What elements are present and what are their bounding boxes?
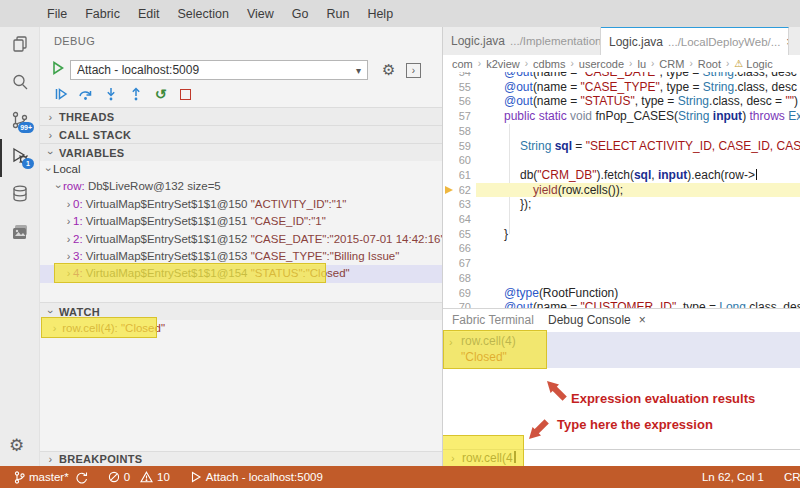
section-call-stack[interactable]: ›CALL STACK [40, 125, 443, 143]
entry-index: 1: [73, 215, 86, 227]
database-icon[interactable] [10, 184, 30, 204]
menu-item-file[interactable]: File [38, 7, 76, 21]
annotation-results-label: Expression evaluation results [571, 391, 755, 406]
breadcrumb-item-com[interactable]: com [452, 58, 473, 70]
tab-logic-implementation[interactable]: Logic.java.../Implementation/... [443, 27, 601, 55]
start-debug-button[interactable] [52, 61, 64, 75]
line-col-indicator[interactable]: Ln 62, Col 1 [702, 471, 764, 483]
console-input[interactable]: › row.cell(4 [443, 450, 800, 466]
section-threads[interactable]: ›THREADS [40, 107, 443, 125]
code-text: } [504, 227, 508, 242]
breadcrumb-separator: › [689, 58, 692, 69]
code-editor[interactable]: 54@out(name = "CASE_DATE", type = String… [443, 72, 800, 308]
section-variables[interactable]: ›VARIABLES [40, 143, 443, 161]
breadcrumb-item-logic[interactable]: Logic [746, 58, 772, 70]
text-caret [514, 451, 516, 463]
tab-logic-localdeployweb[interactable]: Logic.java.../LocalDeployWeb/... × [601, 27, 789, 55]
menu-item-help[interactable]: Help [358, 7, 402, 21]
expand-chevron-icon[interactable]: › [449, 336, 453, 348]
entry-index: 0: [73, 198, 86, 210]
entry-index: 3: [73, 250, 86, 262]
entry-type: VirtualMap$EntrySet$1$1@154 [86, 267, 251, 279]
variables-row-entry[interactable]: ›3: VirtualMap$EntrySet$1$1@153 "CASE_TY… [64, 248, 399, 265]
variables-row-entry[interactable]: ›4: VirtualMap$EntrySet$1$1@154 "STATUS"… [64, 265, 350, 282]
line-number: 66 [443, 241, 471, 256]
code-line: 56@out(name = "STATUS", type = String.cl… [443, 94, 800, 109]
code-text: @out(name = "STATUS", type = String.clas… [504, 94, 798, 109]
editor-area[interactable]: Logic.java.../Implementation/... Logic.j… [443, 27, 800, 308]
problems-status[interactable]: 0 10 [108, 471, 170, 483]
source-control-icon[interactable]: 99+ [10, 110, 30, 130]
console-result: "Closed" [461, 350, 507, 365]
chevron-icon: › [64, 196, 73, 213]
line-number: 68 [443, 271, 471, 286]
line-number: 59 [443, 139, 471, 154]
menu-item-run[interactable]: Run [317, 7, 358, 21]
variables-row-entry[interactable]: ›1: VirtualMap$EntrySet$1$1@151 "CASE_ID… [64, 213, 326, 230]
section-watch[interactable]: ›WATCH [40, 302, 443, 320]
variables-row-root[interactable]: ›row: Db$LiveRow@132 size=5 [54, 178, 221, 195]
sync-icon[interactable] [75, 471, 88, 484]
breadcrumb-item-lu[interactable]: lu [637, 58, 646, 70]
breadcrumb-separator: › [651, 58, 654, 69]
chevron-icon: › [64, 265, 73, 282]
files-icon[interactable] [10, 34, 30, 54]
debug-attach-status[interactable]: Attach - localhost:5009 [190, 471, 323, 483]
stop-icon[interactable] [178, 87, 193, 102]
annotation-input-label: Type here the expression [557, 417, 713, 432]
variables-scope-local[interactable]: ›Local [44, 161, 81, 178]
tab-debug-console[interactable]: Debug Console× [548, 313, 646, 327]
debug-sidebar: DEBUG Attach - localhost:5009 ▾ ⚙ › ↺ [40, 27, 443, 466]
entry-type: VirtualMap$EntrySet$1$1@153 [86, 250, 251, 262]
close-icon[interactable]: × [639, 313, 646, 327]
code-line: 58 [443, 124, 800, 139]
section-breakpoints[interactable]: ›BREAKPOINTS [40, 451, 443, 466]
menu-bar: FileFabricEditSelectionViewGoRunHelp [0, 0, 800, 27]
tab-fabric-terminal[interactable]: Fabric Terminal [452, 313, 534, 327]
breadcrumb-item-root[interactable]: Root [698, 58, 721, 70]
code-line: 64 [443, 212, 800, 227]
step-into-icon[interactable] [103, 87, 118, 102]
code-line: 70@out(name = "CUSTOMER_ID", type = Long… [443, 300, 800, 308]
menu-item-fabric[interactable]: Fabric [76, 7, 129, 21]
code-line: 68 [443, 271, 800, 286]
status-bar: master* 0 10 Attach - localhost:5009 Ln … [0, 466, 800, 488]
variables-row-entry[interactable]: ›0: VirtualMap$EntrySet$1$1@150 "ACTIVIT… [64, 196, 346, 213]
menu-item-edit[interactable]: Edit [129, 7, 169, 21]
prompt-chevron-icon: › [451, 450, 455, 466]
step-over-icon[interactable] [78, 87, 93, 102]
menu-item-selection[interactable]: Selection [168, 7, 237, 21]
debug-settings-gear-icon[interactable]: ⚙ [382, 60, 395, 80]
debug-badge: 1 [22, 158, 34, 169]
continue-icon[interactable] [53, 87, 68, 102]
search-icon[interactable] [10, 72, 30, 92]
run-debug-icon[interactable]: 1 [10, 146, 30, 166]
breadcrumb-item-cdbms[interactable]: cdbms [533, 58, 565, 70]
breadcrumb-item-k2view[interactable]: k2view [486, 58, 520, 70]
debug-toolbar: ↺ [53, 85, 193, 103]
watch-row[interactable]: › row.cell(4): "Closed" [50, 320, 165, 337]
entry-type: VirtualMap$EntrySet$1$1@151 [86, 215, 251, 227]
entry-type: VirtualMap$EntrySet$1$1@152 [86, 233, 251, 245]
step-out-icon[interactable] [128, 87, 143, 102]
console-input-text: row.cell(4 [462, 451, 513, 465]
code-line: 69@type(RootFunction) [443, 286, 800, 301]
menu-item-view[interactable]: View [238, 7, 283, 21]
warning-icon [140, 471, 153, 483]
menu-item-go[interactable]: Go [283, 7, 318, 21]
images-icon[interactable] [10, 222, 30, 242]
debug-attach-icon [190, 471, 202, 483]
breadcrumb-item-usercode[interactable]: usercode [579, 58, 624, 70]
open-console-icon[interactable]: › [406, 63, 421, 78]
restart-icon[interactable]: ↺ [153, 87, 168, 102]
gear-icon[interactable]: ⚙ [9, 435, 24, 456]
breadcrumb-item-crm[interactable]: CRM [659, 58, 684, 70]
annotation-arrow-down-left [525, 415, 553, 443]
entry-value: "CASE_ID":"1" [251, 215, 326, 227]
debug-config-select[interactable]: Attach - localhost:5009 ▾ [70, 60, 368, 80]
close-icon[interactable]: × [786, 35, 789, 49]
breadcrumb-separator: › [726, 58, 729, 69]
branch-status[interactable]: master* [14, 471, 69, 484]
eol-indicator[interactable]: CRLF [784, 471, 800, 483]
variables-row-entry[interactable]: ›2: VirtualMap$EntrySet$1$1@152 "CASE_DA… [64, 231, 443, 248]
